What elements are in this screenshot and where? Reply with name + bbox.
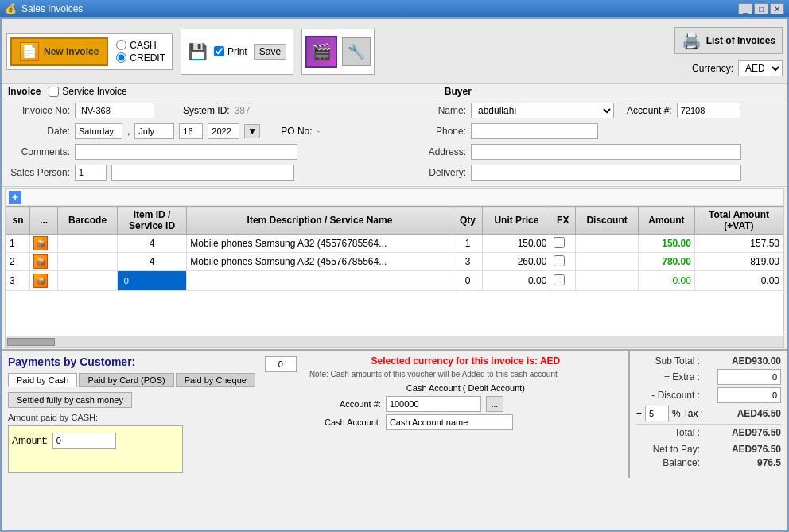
table-row[interactable]: 1 📦 4 Mobile phones Samsung A32 (4557678… — [6, 235, 783, 253]
cell-amount: 780.00 — [638, 253, 694, 271]
discount-input[interactable] — [717, 387, 781, 403]
cell-fx[interactable] — [550, 271, 576, 291]
sub-total-value: AED930.00 — [717, 355, 781, 367]
date-year-input[interactable] — [208, 123, 239, 139]
address-input[interactable] — [471, 144, 741, 160]
cell-item-id: 4 — [117, 235, 187, 253]
tool-icon[interactable]: 🔧 — [342, 37, 371, 66]
credit-label: CREDIT — [130, 52, 165, 64]
invoice-no-input[interactable] — [75, 103, 154, 118]
table-row[interactable]: 2 📦 4 Mobile phones Samsung A32 (4557678… — [6, 253, 783, 271]
tab-paid-cheque[interactable]: Paid by Cheque — [176, 373, 255, 387]
cash-account-name-label: Cash Account: — [309, 417, 381, 427]
sales-person-name-input[interactable] — [111, 165, 294, 181]
currency-select[interactable]: AED USD EUR — [738, 60, 783, 76]
cell-qty: 1 — [453, 235, 483, 253]
cell-barcode — [58, 271, 117, 291]
list-invoices-icon: 🖨️ — [682, 31, 702, 50]
save-button[interactable]: Save — [254, 44, 286, 60]
account-input[interactable] — [677, 103, 740, 118]
cell-sn: 2 — [6, 253, 30, 271]
date-month-input[interactable] — [134, 123, 174, 139]
cell-sn: 3 — [6, 271, 30, 291]
cell-amount: 0.00 — [638, 271, 694, 291]
buyer-name-select[interactable]: abdullahi — [471, 103, 614, 118]
tax-percent-input[interactable] — [645, 406, 669, 421]
payments-counter[interactable] — [265, 356, 297, 372]
delivery-label: Delivery: — [402, 167, 466, 178]
tab-paid-card[interactable]: Paid by Card (POS) — [79, 373, 173, 387]
list-invoices-label: List of Invoices — [706, 35, 775, 46]
service-invoice-checkbox[interactable] — [49, 87, 59, 97]
total-label: Total : — [636, 427, 700, 438]
credit-radio[interactable] — [116, 52, 126, 63]
col-sn: sn — [6, 207, 30, 235]
currency-label: Currency: — [692, 63, 733, 74]
net-to-pay-label: Net to Pay: — [636, 444, 700, 455]
cash-account-browse-button[interactable]: ... — [486, 396, 503, 412]
net-to-pay-value: AED976.50 — [717, 444, 781, 455]
cell-description: Mobile phones Samsung A32 (45576785564..… — [187, 235, 453, 253]
extra-input[interactable] — [717, 369, 781, 385]
cell-barcode — [58, 253, 117, 271]
sales-person-input[interactable] — [75, 165, 107, 181]
col-amount: Amount — [638, 207, 694, 235]
buyer-name-label: Name: — [402, 105, 466, 116]
cash-account-name-input[interactable] — [386, 414, 513, 430]
cell-unit-price: 150.00 — [483, 235, 550, 253]
tax-value: AED46.50 — [717, 408, 781, 419]
add-row-button[interactable]: + — [9, 191, 21, 204]
cell-fx[interactable] — [550, 253, 576, 271]
settled-button[interactable]: Settled fully by cash money — [8, 392, 132, 408]
cash-radio[interactable] — [116, 40, 126, 50]
cash-account-title: Cash Account ( Debit Account) — [309, 383, 622, 393]
table-scrollbar[interactable] — [6, 336, 783, 347]
total-value: AED976.50 — [717, 427, 781, 438]
address-label: Address: — [402, 146, 466, 157]
tab-paid-cash[interactable]: Paid by Cash — [8, 373, 77, 387]
cash-account-hash-label: Account #: — [309, 399, 381, 409]
maximize-button[interactable]: □ — [754, 3, 768, 14]
new-invoice-button[interactable]: 📄 New Invoice — [10, 37, 108, 66]
cell-sn: 1 — [6, 235, 30, 253]
cell-total: 157.50 — [694, 235, 783, 253]
print-label: Print — [227, 46, 247, 57]
date-picker-button[interactable]: ▼ — [244, 124, 260, 138]
col-barcode: Barcode — [58, 207, 117, 235]
fx-checkbox-2[interactable] — [554, 255, 565, 266]
cash-account-number-input[interactable] — [386, 396, 481, 412]
extra-label: + Extra : — [636, 371, 700, 382]
sub-total-label: Sub Total : — [636, 355, 700, 367]
col-item-id: Item ID /Service ID — [117, 207, 187, 235]
buyer-section-label: Buyer — [445, 86, 472, 97]
cell-total: 819.00 — [694, 253, 783, 271]
fx-checkbox-3[interactable] — [554, 274, 565, 285]
date-day-input[interactable] — [75, 123, 122, 139]
list-invoices-button[interactable]: 🖨️ List of Invoices — [674, 27, 783, 54]
fx-checkbox-1[interactable] — [554, 237, 565, 248]
invoice-no-label: Invoice No: — [6, 105, 70, 116]
cell-item-id[interactable] — [117, 271, 187, 291]
amount-paid-label: Amount paid by CASH: — [8, 413, 297, 422]
cell-fx[interactable] — [550, 235, 576, 253]
video-icon: 🎬 — [305, 36, 337, 68]
po-no-label: PO No: — [281, 126, 312, 137]
item-id-input-3[interactable] — [121, 273, 153, 289]
col-fx: FX — [550, 207, 576, 235]
delivery-input[interactable] — [471, 165, 741, 181]
cell-qty: 3 — [453, 253, 483, 271]
close-button[interactable]: ✕ — [770, 3, 784, 14]
system-id-label: System ID: — [183, 105, 230, 116]
tax-label: % Tax : — [672, 408, 703, 419]
date-day-num-input[interactable] — [179, 123, 203, 139]
minimize-button[interactable]: _ — [738, 3, 752, 14]
amount-label: Amount: — [12, 435, 48, 446]
print-checkbox[interactable] — [214, 46, 224, 56]
cell-unit-price: 0.00 — [483, 271, 550, 291]
amount-input[interactable] — [52, 433, 116, 449]
phone-input[interactable] — [471, 123, 598, 139]
table-row[interactable]: 3 📦 0 0.00 0.00 0.00 — [6, 271, 783, 291]
tax-plus: + — [636, 408, 642, 419]
comments-input[interactable] — [75, 144, 297, 160]
col-description: Item Description / Service Name — [187, 207, 453, 235]
